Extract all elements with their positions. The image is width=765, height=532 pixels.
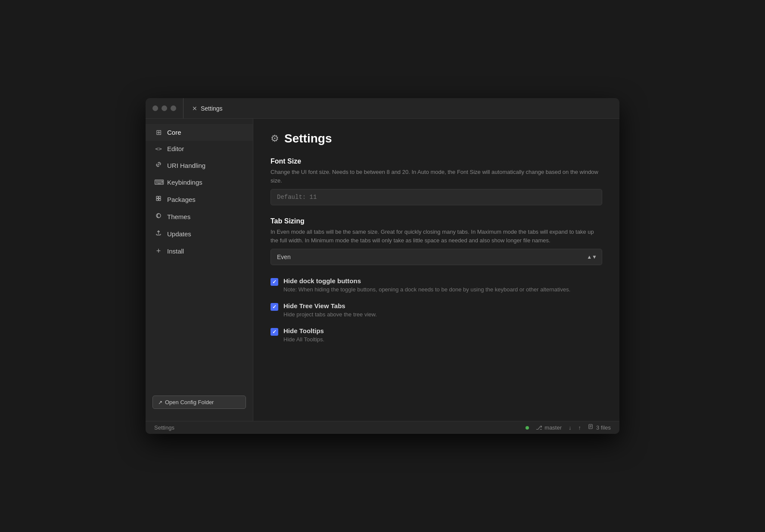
status-bar: Settings ⎇ master ↓ ↑ 3 files <box>146 421 619 434</box>
hide-tree-checkbox[interactable]: ✓ <box>271 303 278 311</box>
active-tab[interactable]: ✕ Settings <box>192 105 223 112</box>
font-size-input[interactable] <box>271 189 602 205</box>
keybindings-icon: ⌨ <box>154 178 163 186</box>
settings-tab-icon: ✕ <box>192 105 197 112</box>
hide-tree-description: Hide project tabs above the tree view. <box>283 311 602 319</box>
sidebar-item-install[interactable]: + Install <box>146 242 253 260</box>
sidebar-item-updates[interactable]: Updates <box>146 225 253 242</box>
sidebar: ⊞ Core <> Editor URI Handling ⌨ <box>146 119 253 421</box>
open-config-label: Open Config Folder <box>165 399 214 405</box>
download-icon[interactable]: ↓ <box>569 424 572 431</box>
hide-tree-view-item: ✓ Hide Tree View Tabs Hide project tabs … <box>271 302 602 319</box>
svg-rect-1 <box>159 196 161 198</box>
sidebar-item-keybindings[interactable]: ⌨ Keybindings <box>146 174 253 191</box>
sidebar-label-updates: Updates <box>167 230 191 238</box>
app-window: ✕ Settings ⊞ Core <> Editor <box>146 98 619 434</box>
sidebar-item-themes[interactable]: Themes <box>146 208 253 225</box>
tab-bar: ✕ Settings <box>183 105 619 112</box>
traffic-light-close[interactable] <box>152 105 158 111</box>
core-icon: ⊞ <box>154 128 163 136</box>
status-files[interactable]: 3 files <box>588 424 611 431</box>
updates-icon <box>154 229 163 238</box>
main-content: ⊞ Core <> Editor URI Handling ⌨ <box>146 119 619 421</box>
packages-icon <box>154 195 163 204</box>
sidebar-label-uri: URI Handling <box>167 162 205 169</box>
title-bar: ✕ Settings <box>146 98 619 119</box>
sidebar-item-editor[interactable]: <> Editor <box>146 141 253 157</box>
sidebar-label-editor: Editor <box>167 145 184 152</box>
files-icon <box>588 424 594 431</box>
checkmark-tree-icon: ✓ <box>272 304 277 310</box>
tab-sizing-section: Tab Sizing In Even mode all tabs will be… <box>271 217 602 265</box>
editor-icon: <> <box>154 145 163 152</box>
sidebar-item-packages[interactable]: Packages <box>146 191 253 208</box>
sidebar-label-packages: Packages <box>167 196 196 203</box>
hide-dock-text: Hide dock toggle buttons Note: When hidi… <box>283 277 602 294</box>
tab-sizing-select-wrapper: Even Maximum Minimum ▲▼ <box>271 249 602 265</box>
sidebar-label-install: Install <box>167 247 184 255</box>
font-size-description: Change the UI font size. Needs to be bet… <box>271 168 602 185</box>
sidebar-bottom: ↗ Open Config Folder <box>146 389 253 416</box>
uri-icon <box>154 161 163 170</box>
svg-rect-3 <box>159 199 161 201</box>
traffic-light-maximize[interactable] <box>171 105 176 111</box>
settings-page-icon: ⚙ <box>271 133 279 144</box>
open-config-button[interactable]: ↗ Open Config Folder <box>152 396 246 409</box>
hide-tooltips-checkbox-wrapper[interactable]: ✓ <box>271 328 278 336</box>
files-label: 3 files <box>596 424 611 431</box>
tab-sizing-label: Tab Sizing <box>271 217 602 225</box>
font-size-section: Font Size Change the UI font size. Needs… <box>271 158 602 205</box>
upload-icon[interactable]: ↑ <box>578 424 582 431</box>
sidebar-item-core[interactable]: ⊞ Core <box>146 124 253 141</box>
install-icon: + <box>154 247 163 256</box>
status-right: ⎇ master ↓ ↑ 3 files <box>526 424 611 431</box>
hide-tooltips-item: ✓ Hide Tooltips Hide All Tooltips. <box>271 327 602 343</box>
traffic-light-minimize[interactable] <box>162 105 167 111</box>
status-left-label: Settings <box>154 424 174 431</box>
hide-dock-toggle-item: ✓ Hide dock toggle buttons Note: When hi… <box>271 277 602 294</box>
branch-label: master <box>544 424 562 431</box>
font-size-label: Font Size <box>271 158 602 165</box>
tab-sizing-select[interactable]: Even Maximum Minimum <box>271 249 602 265</box>
svg-rect-2 <box>156 199 159 201</box>
traffic-lights <box>146 105 183 111</box>
sidebar-item-uri-handling[interactable]: URI Handling <box>146 157 253 174</box>
hide-dock-description: Note: When hiding the toggle buttons, op… <box>283 286 602 294</box>
hide-tree-label: Hide Tree View Tabs <box>283 302 602 309</box>
sidebar-label-core: Core <box>167 129 181 136</box>
branch-icon: ⎇ <box>536 424 542 431</box>
hide-tree-checkbox-wrapper[interactable]: ✓ <box>271 303 278 311</box>
hide-tooltips-label: Hide Tooltips <box>283 327 602 334</box>
page-header: ⚙ Settings <box>271 132 602 145</box>
page-title: Settings <box>284 132 332 145</box>
content-area: ⚙ Settings Font Size Change the UI font … <box>253 119 619 421</box>
settings-tab-label: Settings <box>201 105 223 112</box>
hide-dock-label: Hide dock toggle buttons <box>283 277 602 285</box>
status-branch[interactable]: ⎇ master <box>536 424 562 431</box>
checkmark-icon: ✓ <box>272 279 277 285</box>
status-dot-green <box>526 426 529 430</box>
sidebar-label-themes: Themes <box>167 213 190 220</box>
hide-tree-text: Hide Tree View Tabs Hide project tabs ab… <box>283 302 602 319</box>
hide-tooltips-description: Hide All Tooltips. <box>283 336 602 343</box>
hide-dock-checkbox-wrapper[interactable]: ✓ <box>271 278 278 286</box>
sidebar-label-keybindings: Keybindings <box>167 179 202 186</box>
svg-rect-0 <box>156 196 159 198</box>
hide-dock-checkbox[interactable]: ✓ <box>271 278 278 286</box>
hide-tooltips-text: Hide Tooltips Hide All Tooltips. <box>283 327 602 343</box>
checkmark-tooltips-icon: ✓ <box>272 329 277 335</box>
tab-sizing-description: In Even mode all tabs will be the same s… <box>271 228 602 244</box>
hide-tooltips-checkbox[interactable]: ✓ <box>271 328 278 336</box>
open-config-icon: ↗ <box>158 399 162 405</box>
themes-icon <box>154 212 163 221</box>
